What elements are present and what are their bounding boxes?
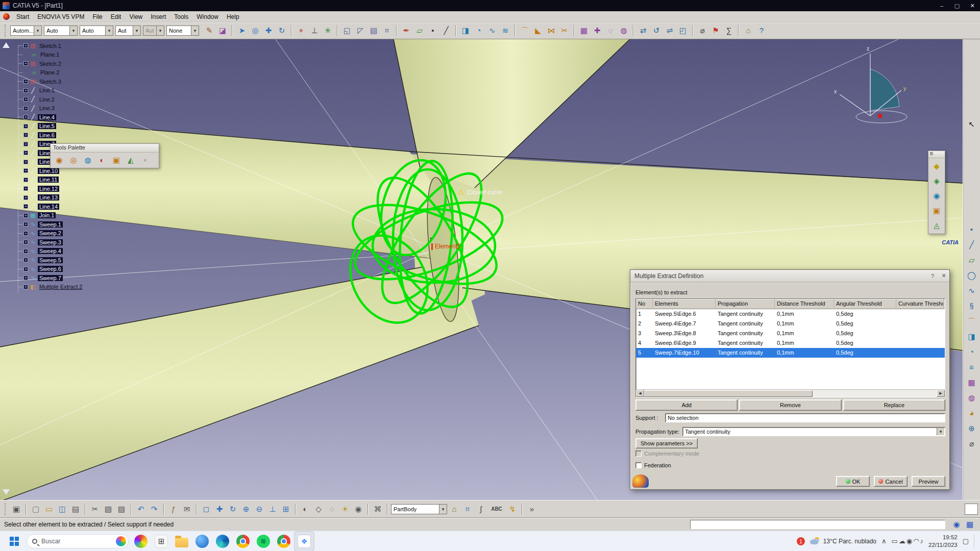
expander-icon[interactable]: + <box>23 142 28 146</box>
tree-item-sweep-7[interactable]: +∿Sweep.7 <box>15 273 84 283</box>
toolbar-grip[interactable] <box>5 503 7 515</box>
column-header-elements[interactable]: Elements <box>653 299 716 309</box>
column-header-curvature-threshold[interactable]: Curvature Threshold <box>896 299 944 309</box>
chevron-down-icon[interactable]: ▾ <box>191 26 199 35</box>
chevron-down-icon[interactable]: ▾ <box>439 505 447 514</box>
palette-wireframe-icon[interactable]: ◈ <box>930 175 943 187</box>
taskbar-clock[interactable]: 19:52 22/11/2023 <box>928 534 958 548</box>
propagation-type-select[interactable]: Tangent continuity ▼ <box>682 427 945 436</box>
expander-icon[interactable]: + <box>23 133 28 137</box>
tree-item-line-2[interactable]: +╱Line.2 <box>15 95 84 104</box>
menu-insert[interactable]: Insert <box>146 11 170 22</box>
extract-row[interactable]: 2Sweep.4\Edge.7Tangent continuity0,1mm0,… <box>636 319 945 329</box>
file-explorer[interactable] <box>172 531 192 551</box>
expander-icon[interactable]: + <box>23 258 28 262</box>
menu-tools[interactable]: Tools <box>170 11 192 22</box>
cancel-button[interactable]: Cancel <box>874 476 908 487</box>
menu-edit[interactable]: Edit <box>107 11 126 22</box>
power-copy-icon[interactable]: ↯ <box>506 503 519 515</box>
compass-origin[interactable] <box>878 114 882 118</box>
fillet-tool-icon[interactable]: ◕ <box>966 407 978 419</box>
palette-fill-icon[interactable]: ▣ <box>930 205 943 217</box>
rotate-3d-icon[interactable]: ↻ <box>227 503 239 515</box>
column-header-no[interactable]: No <box>636 299 653 309</box>
plane-tool-icon[interactable]: ▱ <box>966 254 978 266</box>
menu-help[interactable]: Help <box>223 11 243 22</box>
tree-scroll-down-icon[interactable] <box>3 489 10 495</box>
split-icon[interactable]: ⋈ <box>545 24 557 37</box>
dialog-help-button[interactable]: ? <box>927 270 938 282</box>
scroll-left-icon[interactable]: ◀ <box>636 390 644 397</box>
scroll-right-icon[interactable]: ▶ <box>937 390 945 397</box>
expander-icon[interactable]: + <box>23 168 28 173</box>
tree-item-plane-2[interactable]: ▱Plane.2 <box>15 68 84 78</box>
tree-item-line-13[interactable]: +╱Line.13 <box>15 193 84 203</box>
google-chrome[interactable] <box>233 531 253 551</box>
corner-tool-icon[interactable]: ⌒ <box>966 315 978 328</box>
trim-icon[interactable]: ✂ <box>558 24 571 37</box>
tree-item-sketch-2[interactable]: +▨Sketch.2 <box>15 59 84 68</box>
expander-icon[interactable]: + <box>23 178 28 182</box>
chevron-down-icon[interactable]: ▾ <box>156 26 164 35</box>
horizontal-scrollbar[interactable]: ◀ ▶ <box>636 389 945 397</box>
undo-icon[interactable]: ↶ <box>135 503 147 515</box>
zoom-out-icon[interactable]: ⊖ <box>253 503 265 515</box>
search-assistant-icon[interactable] <box>116 536 126 546</box>
graphic-combo-6[interactable]: None▾ <box>166 26 199 36</box>
tree-item-line-5[interactable]: +╱Line.5 <box>15 122 84 131</box>
circle-tool-icon[interactable]: ◯ <box>966 269 978 282</box>
zoom-icon[interactable]: ◎ <box>249 24 261 37</box>
microsoft-edge[interactable] <box>212 531 233 551</box>
multiple-extract-dialog[interactable]: Multiple Extract Definition ? ✕ Element(… <box>630 269 950 490</box>
chevron-down-icon[interactable]: ▾ <box>34 26 41 35</box>
expander-icon[interactable]: + <box>23 151 28 155</box>
extract-mode-icon[interactable]: ◉ <box>53 154 65 166</box>
expander-icon[interactable]: + <box>23 43 28 48</box>
join-tool-icon[interactable]: ▦ <box>966 377 978 389</box>
federation-checkbox[interactable] <box>635 462 642 468</box>
save-icon[interactable]: ◫ <box>56 503 68 515</box>
spell-check-icon[interactable]: ABC <box>488 503 505 515</box>
notification-center-icon[interactable]: ▢ <box>963 537 969 545</box>
replace-button[interactable]: Replace <box>843 399 945 411</box>
analysis-icon[interactable]: ∑ <box>723 24 735 37</box>
extrude-icon[interactable]: ◨ <box>459 24 472 37</box>
paint-mode-icon[interactable]: ◪ <box>216 24 229 37</box>
expander-icon[interactable]: + <box>23 231 28 236</box>
copy-icon[interactable]: ▧ <box>102 503 114 515</box>
fillet-icon[interactable]: ⌒ <box>519 24 531 37</box>
graphic-combo-2[interactable]: Auto▾ <box>44 26 78 36</box>
flag-note-icon[interactable]: ⚑ <box>709 24 722 37</box>
target-icon[interactable]: ⌖ <box>295 24 307 37</box>
palette-surface-icon[interactable]: ◆ <box>930 160 943 172</box>
column-header-propagation[interactable]: Propagation <box>716 299 775 309</box>
cut-icon[interactable]: ✂ <box>89 503 101 515</box>
dialog-close-button[interactable]: ✕ <box>938 270 949 282</box>
tree-item-sweep-6[interactable]: +∿Sweep.6 <box>15 265 84 274</box>
join-icon[interactable]: ▦ <box>578 24 590 37</box>
status-grid-icon[interactable]: ▦ <box>964 518 976 531</box>
expander-icon[interactable]: + <box>23 97 28 102</box>
loft-icon[interactable]: ≋ <box>499 24 511 37</box>
add-button[interactable]: Add <box>635 399 738 411</box>
constraint-icon[interactable]: ✳ <box>322 24 334 37</box>
expander-icon[interactable]: + <box>23 195 28 200</box>
toolbar-grip[interactable] <box>5 24 7 37</box>
tree-item-sweep-3[interactable]: +∿Sweep.3 <box>15 238 84 247</box>
expander-icon[interactable]: + <box>23 249 28 254</box>
scrollbar-thumb[interactable] <box>644 390 813 397</box>
weather-widget[interactable]: 13°C Parc. nublado <box>810 537 876 545</box>
tree-item-sweep-5[interactable]: +∿Sweep.5 <box>15 256 84 265</box>
expander-icon[interactable]: + <box>23 285 28 289</box>
power-input[interactable] <box>690 520 945 529</box>
surface-tool-icon[interactable]: ◨ <box>966 331 978 343</box>
tree-item-line-12[interactable]: +╱Line.12 <box>15 184 84 193</box>
catalog-icon[interactable]: ⌂ <box>742 24 754 37</box>
viewport-3d[interactable]: z x y +▨Sketch.1▱Plane.1+▨Sketch.2▱Plane… <box>0 39 963 500</box>
tree-item-sweep-1[interactable]: +∿Sweep.1 <box>15 220 84 229</box>
graphic-combo-4[interactable]: Aut▾ <box>115 26 141 36</box>
expander-icon[interactable]: + <box>23 106 28 111</box>
start-button[interactable] <box>4 531 24 551</box>
propagation-tangent-icon[interactable]: ◍ <box>82 154 94 166</box>
start-menu-icon[interactable] <box>3 13 10 20</box>
